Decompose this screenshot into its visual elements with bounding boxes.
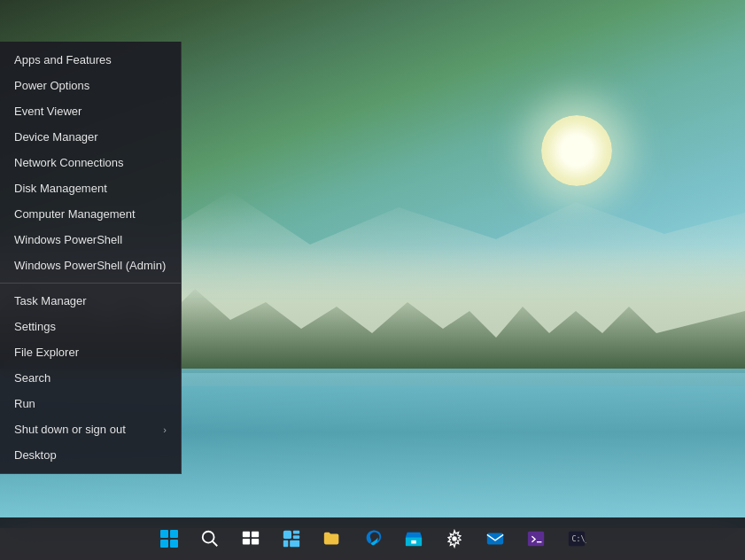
menu-item-search[interactable]: Search: [0, 365, 181, 391]
menu-label-network-connections: Network Connections: [14, 156, 124, 169]
menu-label-device-manager: Device Manager: [14, 130, 98, 144]
taskbar-terminal1[interactable]: [516, 519, 555, 558]
menu-item-task-manager[interactable]: Task Manager: [0, 288, 181, 314]
svg-rect-6: [283, 531, 291, 539]
svg-rect-3: [251, 532, 258, 537]
svg-point-0: [202, 532, 213, 543]
svg-rect-8: [292, 535, 299, 539]
menu-label-search: Search: [14, 371, 50, 385]
menu-item-apps-features[interactable]: Apps and Features: [0, 47, 181, 73]
menu-label-run: Run: [14, 397, 35, 410]
taskbar-file-explorer[interactable]: [313, 519, 352, 558]
menu-item-computer-management[interactable]: Computer Management: [0, 201, 181, 227]
menu-label-disk-management: Disk Management: [14, 182, 107, 195]
menu-item-shut-down[interactable]: Shut down or sign out›: [0, 416, 181, 442]
menu-label-computer-management: Computer Management: [14, 207, 136, 221]
taskbar-start[interactable]: [150, 519, 189, 558]
menu-label-event-viewer: Event Viewer: [14, 105, 81, 118]
menu-arrow-shut-down: ›: [163, 424, 167, 435]
menu-item-power-options[interactable]: Power Options: [0, 73, 181, 98]
taskbar-mail[interactable]: [476, 519, 515, 558]
menu-label-file-explorer: File Explorer: [14, 346, 79, 359]
svg-point-12: [452, 536, 457, 541]
menu-item-settings[interactable]: Settings: [0, 314, 181, 339]
menu-item-windows-powershell[interactable]: Windows PowerShell: [0, 227, 181, 253]
svg-rect-7: [292, 531, 299, 534]
menu-item-event-viewer[interactable]: Event Viewer: [0, 98, 181, 124]
taskbar: C:\_: [0, 517, 745, 560]
menu-label-apps-features: Apps and Features: [14, 53, 112, 66]
menu-label-desktop: Desktop: [14, 448, 57, 462]
svg-rect-9: [283, 541, 288, 547]
menu-item-device-manager[interactable]: Device Manager: [0, 124, 181, 150]
menu-label-power-options: Power Options: [14, 79, 89, 92]
menu-label-task-manager: Task Manager: [14, 294, 87, 307]
menu-item-desktop[interactable]: Desktop: [0, 442, 181, 468]
menu-item-windows-powershell-admin[interactable]: Windows PowerShell (Admin): [0, 253, 181, 278]
menu-label-windows-powershell: Windows PowerShell: [14, 233, 122, 246]
menu-separator: [0, 283, 181, 284]
sun: [541, 115, 612, 186]
svg-rect-4: [242, 539, 249, 544]
menu-item-disk-management[interactable]: Disk Management: [0, 175, 181, 201]
menu-label-shut-down: Shut down or sign out: [14, 423, 126, 436]
taskbar-task-view[interactable]: [231, 519, 270, 558]
taskbar-store[interactable]: [394, 519, 433, 558]
svg-text:C:\_: C:\_: [571, 534, 586, 543]
taskbar-terminal2[interactable]: C:\_: [557, 519, 596, 558]
menu-item-network-connections[interactable]: Network Connections: [0, 150, 181, 175]
menu-label-settings: Settings: [14, 320, 56, 333]
taskbar-settings[interactable]: [435, 519, 474, 558]
svg-line-1: [212, 541, 217, 547]
menu-item-file-explorer[interactable]: File Explorer: [0, 339, 181, 365]
menu-item-run[interactable]: Run: [0, 391, 181, 416]
svg-rect-10: [290, 541, 299, 547]
svg-rect-5: [251, 539, 258, 544]
svg-rect-14: [527, 532, 543, 547]
taskbar-search[interactable]: [190, 519, 229, 558]
svg-rect-2: [242, 532, 249, 537]
context-menu: Apps and FeaturesPower OptionsEvent View…: [0, 42, 182, 474]
svg-rect-13: [486, 533, 502, 545]
menu-label-windows-powershell-admin: Windows PowerShell (Admin): [14, 259, 166, 272]
taskbar-widgets[interactable]: [272, 519, 311, 558]
taskbar-edge[interactable]: [353, 519, 392, 558]
